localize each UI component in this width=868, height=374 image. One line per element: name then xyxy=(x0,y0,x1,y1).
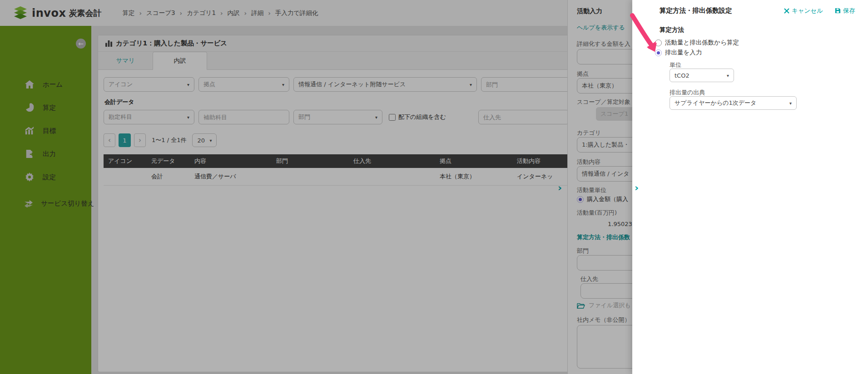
emission-settings-panel: › 算定方法・排出係数設定 キャンセル 保存 算定方法 活動量と排出係数から算定… xyxy=(632,0,868,374)
save-button-label: 保存 xyxy=(843,7,855,15)
source-select[interactable]: サプライヤーからの1次データ ▾ xyxy=(670,96,797,110)
input-emission-radio[interactable]: 排出量を入力 xyxy=(655,49,702,57)
close-icon xyxy=(784,8,789,14)
chevron-down-icon: ▾ xyxy=(789,101,792,106)
radio-unselected-icon xyxy=(655,39,662,46)
unit-select-value: tCO2 xyxy=(675,72,689,79)
modal-dim-overlay xyxy=(0,0,632,374)
source-select-value: サプライヤーからの1次データ xyxy=(675,99,756,107)
unit-select-label: 単位 xyxy=(670,61,681,69)
radio-selected-icon xyxy=(655,49,662,56)
collapse-settings-chevron-icon[interactable]: › xyxy=(635,183,639,193)
save-button[interactable]: 保存 xyxy=(835,7,855,15)
cancel-button[interactable]: キャンセル xyxy=(784,7,823,15)
source-select-label: 排出量の出典 xyxy=(670,89,705,97)
save-icon xyxy=(835,8,841,14)
settings-panel-title: 算定方法・排出係数設定 xyxy=(660,6,772,15)
calc-from-factor-radio-label: 活動量と排出係数から算定 xyxy=(665,39,739,47)
app-root: invox 炭素会計 算定› スコープ3› カテゴリ1› 内訳› 詳細› 手入力… xyxy=(0,0,868,374)
input-emission-radio-label: 排出量を入力 xyxy=(665,49,702,57)
calc-from-factor-radio[interactable]: 活動量と排出係数から算定 xyxy=(655,39,739,47)
cancel-button-label: キャンセル xyxy=(792,7,823,15)
unit-select[interactable]: tCO2 ▾ xyxy=(670,69,734,82)
chevron-down-icon: ▾ xyxy=(727,73,729,78)
method-section-label: 算定方法 xyxy=(660,26,684,34)
